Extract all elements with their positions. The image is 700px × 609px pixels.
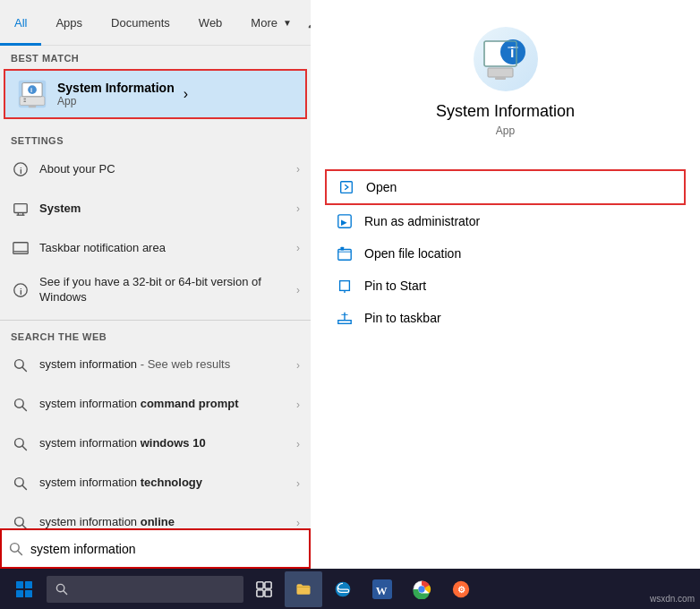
web-result-4-chevron: ›: [296, 477, 300, 490]
svg-line-19: [22, 367, 26, 371]
settings-system[interactable]: System ›: [0, 189, 311, 228]
svg-rect-10: [14, 204, 27, 213]
tab-more[interactable]: More ▼: [236, 0, 306, 46]
settings-bitversion[interactable]: i See if you have a 32-bit or 64-bit ver…: [0, 268, 311, 313]
web-result-5-text: system information online: [39, 515, 296, 528]
settings-label: Settings: [0, 128, 311, 150]
best-match-chevron: ›: [184, 86, 188, 102]
tab-documents[interactable]: Documents: [97, 0, 184, 46]
best-match-item[interactable]: i System Information App ›: [4, 69, 307, 119]
search-icon-4: [11, 474, 30, 493]
app-icon-area: i System Information App: [436, 27, 575, 155]
svg-text:i: i: [20, 166, 22, 176]
about-pc-text: About your PC: [39, 162, 296, 177]
best-match-label: Best match: [0, 46, 311, 67]
action-pin-taskbar[interactable]: Pin to taskbar: [325, 302, 686, 334]
task-view-button[interactable]: [245, 571, 283, 607]
right-panel: i System Information App Open ▶ Run as a…: [311, 0, 700, 569]
open-icon: [337, 178, 355, 196]
action-list: Open ▶ Run as administrator Open file lo…: [311, 169, 700, 334]
svg-rect-54: [25, 590, 32, 597]
best-match-title: System Information: [57, 81, 175, 95]
svg-rect-52: [25, 581, 32, 588]
app-icon-circle: i: [474, 27, 538, 91]
svg-rect-35: [488, 68, 513, 77]
taskbar-chevron: ›: [296, 242, 300, 254]
web-result-3[interactable]: system information windows 10 ›: [0, 425, 311, 464]
svg-rect-45: [341, 247, 345, 251]
search-bar-icon: [9, 542, 23, 556]
svg-line-33: [18, 551, 21, 554]
system-icon: [11, 199, 30, 219]
svg-rect-58: [265, 581, 271, 588]
search-icon-3: [11, 434, 30, 454]
action-open[interactable]: Open: [325, 169, 686, 205]
web-result-3-chevron: ›: [296, 438, 300, 450]
open-label: Open: [366, 180, 397, 194]
tab-web[interactable]: Web: [184, 0, 237, 46]
web-result-2-chevron: ›: [296, 399, 300, 411]
system-text: System: [39, 202, 296, 217]
web-result-4[interactable]: system information technology ›: [0, 464, 311, 503]
search-panel: All Apps Documents Web More ▼ ••• Best m…: [0, 0, 311, 569]
open-location-label: Open file location: [364, 246, 461, 261]
pin-taskbar-label: Pin to taskbar: [364, 311, 441, 325]
app-type-label: App: [496, 124, 515, 137]
svg-rect-48: [338, 321, 351, 324]
svg-line-27: [22, 525, 26, 528]
web-result-1-chevron: ›: [296, 359, 300, 372]
action-run-as-admin[interactable]: ▶ Run as administrator: [325, 205, 686, 237]
open-location-icon: [336, 244, 354, 262]
svg-point-20: [15, 399, 24, 407]
action-pin-start[interactable]: Pin to Start: [325, 270, 686, 302]
svg-text:i: i: [20, 286, 22, 296]
start-button[interactable]: [4, 571, 45, 607]
chevron-down-icon: ▼: [283, 18, 292, 28]
tab-all[interactable]: All: [0, 0, 41, 46]
search-bar: [0, 528, 311, 569]
taskbar-text: Taskbar notification area: [39, 241, 296, 256]
run-admin-icon: ▶: [336, 212, 354, 230]
svg-text:▶: ▶: [341, 219, 347, 227]
svg-rect-51: [16, 581, 23, 588]
svg-line-25: [22, 485, 26, 489]
svg-text:i: i: [30, 86, 32, 94]
about-pc-icon: i: [11, 159, 30, 179]
svg-text:W: W: [376, 584, 388, 596]
action-open-location[interactable]: Open file location: [325, 237, 686, 270]
extra-app-button[interactable]: ⚙: [442, 571, 480, 607]
web-result-5-chevron: ›: [296, 517, 300, 528]
svg-point-18: [15, 359, 24, 368]
file-explorer-button[interactable]: [285, 571, 322, 607]
chrome-button[interactable]: [403, 571, 440, 607]
svg-point-24: [15, 477, 24, 486]
web-section-label: Search the web: [0, 324, 311, 346]
web-result-2-text: system information command prompt: [39, 397, 296, 412]
best-match-text: System Information App: [57, 81, 175, 107]
svg-rect-46: [340, 281, 350, 291]
tab-apps[interactable]: Apps: [41, 0, 97, 46]
web-result-5[interactable]: system information online ›: [0, 503, 311, 528]
pin-taskbar-icon: [336, 309, 354, 327]
results-scroll-area[interactable]: Best match i System Information App ›: [0, 46, 311, 528]
svg-rect-2: [29, 105, 36, 107]
svg-point-22: [15, 438, 24, 447]
about-pc-chevron: ›: [296, 163, 300, 176]
search-icon-5: [11, 513, 30, 528]
app-large-icon: i: [481, 34, 531, 84]
svg-rect-41: [341, 182, 353, 193]
svg-line-56: [64, 591, 67, 595]
settings-taskbar[interactable]: Taskbar notification area ›: [0, 228, 311, 268]
settings-about-pc[interactable]: i About your PC ›: [0, 150, 311, 189]
edge-button[interactable]: [324, 571, 362, 607]
search-input[interactable]: [30, 542, 302, 556]
web-result-1[interactable]: system information - See web results ›: [0, 346, 311, 385]
web-result-4-text: system information technology: [39, 476, 296, 491]
taskbar: W ⚙: [0, 569, 700, 609]
svg-point-55: [56, 584, 64, 591]
web-result-2[interactable]: system information command prompt ›: [0, 385, 311, 425]
taskbar-search[interactable]: [47, 576, 243, 603]
svg-rect-36: [495, 77, 506, 80]
word-button[interactable]: W: [363, 571, 401, 607]
system-info-icon: i: [16, 78, 48, 110]
